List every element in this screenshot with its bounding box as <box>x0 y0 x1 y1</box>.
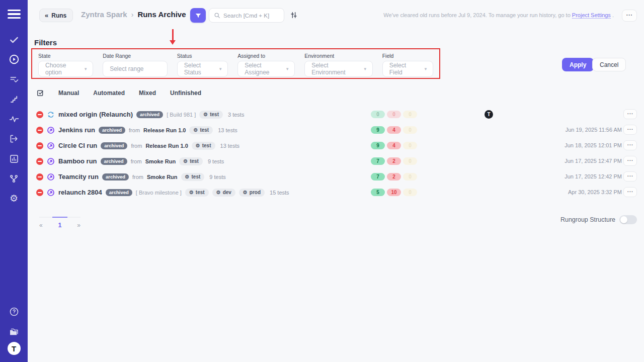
rungroup-structure-toggle[interactable] <box>619 215 637 224</box>
filter-label: Date Range <box>103 53 168 59</box>
page-1-button[interactable]: 1 <box>52 217 68 229</box>
more-icon: ⋯ <box>627 126 633 133</box>
more-icon: ⋯ <box>627 110 633 117</box>
run-name[interactable]: Teamcity run <box>58 173 99 180</box>
import-icon <box>9 134 19 144</box>
row-more-button[interactable]: ⋯ <box>623 171 637 182</box>
tag-pill[interactable]: ⚙prod <box>239 189 265 197</box>
runs-archive-page: ⚙ T « Runs Zyntra Spark › Runs Archive 6 <box>0 0 644 362</box>
sidebar-item-analytics[interactable] <box>0 149 28 169</box>
run-date: Jun 18, 2025 12:01 PM <box>565 142 622 148</box>
cancel-button[interactable]: Cancel <box>592 58 626 71</box>
run-name[interactable]: mixed origin (Relaunch) <box>58 111 133 118</box>
sidebar-item-tests[interactable] <box>0 30 28 50</box>
play-circle-icon <box>9 54 20 65</box>
header-more-button[interactable]: ⋯ <box>622 10 637 22</box>
sidebar-item-branches[interactable] <box>0 169 28 189</box>
sidebar-item-steps[interactable] <box>0 89 28 110</box>
source-run[interactable]: Smoke Run <box>145 158 176 164</box>
tab-automated[interactable]: Automated <box>93 89 125 97</box>
select-placeholder: Select Assignee <box>245 62 282 76</box>
project-settings-link[interactable]: Project Settings <box>572 12 611 19</box>
sidebar-item-projects[interactable] <box>0 322 28 342</box>
filter-label: Field <box>382 53 433 59</box>
automated-run-icon <box>47 157 55 165</box>
run-row: mixed origin (Relaunch) archived [ Build… <box>28 107 644 122</box>
breadcrumb-separator: › <box>131 11 134 19</box>
status-select[interactable]: Select Status ▼ <box>177 61 228 77</box>
tag-pill[interactable]: ⚙test <box>192 142 215 150</box>
automated-run-icon <box>47 189 55 197</box>
source-run[interactable]: Smoke Run <box>147 174 178 180</box>
tag-pill[interactable]: ⚙test <box>199 111 223 119</box>
tab-manual[interactable]: Manual <box>58 89 79 97</box>
run-row: Circle CI run archived from Release Run … <box>28 138 644 153</box>
sidebar-item-settings[interactable]: ⚙ <box>0 189 28 209</box>
archived-badge: archived <box>101 142 127 149</box>
next-page-button[interactable]: » <box>77 218 80 229</box>
filter-environment: Environment Select Environment ▼ <box>304 53 372 77</box>
sidebar-item-runs[interactable] <box>0 50 28 70</box>
tab-mixed[interactable]: Mixed <box>139 89 156 97</box>
tag-label: test <box>196 190 205 195</box>
run-name[interactable]: relaunch 2804 <box>58 189 102 196</box>
filter-label: State <box>38 53 93 59</box>
folder-icon <box>9 327 19 337</box>
notice-suffix: . <box>612 12 614 18</box>
tag-pill[interactable]: ⚙test <box>189 126 213 134</box>
search-input[interactable] <box>223 13 279 19</box>
run-name[interactable]: Circle CI run <box>58 142 97 149</box>
field-select[interactable]: Select Field ▼ <box>382 61 433 77</box>
row-more-button[interactable]: ⋯ <box>623 187 637 197</box>
prev-page-button[interactable]: « <box>39 218 43 229</box>
tag-pill[interactable]: ⚙dev <box>212 189 235 197</box>
select-all-checkbox[interactable] <box>36 89 44 97</box>
filter-date-range: Date Range Select range <box>103 53 168 77</box>
tag-pill[interactable]: ⚙test <box>181 173 205 181</box>
sidebar-item-plans[interactable] <box>0 69 28 89</box>
avatar: T <box>485 110 493 119</box>
sidebar-item-import[interactable] <box>0 129 28 149</box>
tests-count: 13 tests <box>218 127 237 133</box>
chevron-down-icon: ▼ <box>285 67 289 71</box>
archived-badge: archived <box>106 189 132 196</box>
tag-label: test <box>190 158 199 164</box>
more-icon: ⋯ <box>627 141 633 148</box>
environment-select[interactable]: Select Environment ▼ <box>304 61 372 77</box>
row-more-button[interactable]: ⋯ <box>623 140 637 150</box>
row-more-button[interactable]: ⋯ <box>623 156 637 166</box>
tag-pill[interactable]: ⚙test <box>185 189 209 197</box>
date-range-input[interactable]: Select range <box>103 61 168 77</box>
funnel-icon <box>195 12 202 19</box>
apply-button[interactable]: Apply <box>562 58 594 71</box>
filter-toggle-button[interactable] <box>190 8 206 23</box>
runs-list: mixed origin (Relaunch) archived [ Build… <box>28 107 644 200</box>
archived-state-icon <box>36 127 43 134</box>
from-label: from <box>129 127 140 133</box>
source-run[interactable]: Release Run 1.0 <box>145 143 188 149</box>
checkbox-check-icon <box>36 89 44 97</box>
source-run[interactable]: Release Run 1.0 <box>143 127 186 133</box>
more-icon: ⋯ <box>627 188 633 195</box>
sidebar-item-pulse[interactable] <box>0 109 28 129</box>
breadcrumb-project[interactable]: Zyntra Spark <box>81 10 127 19</box>
row-more-button[interactable]: ⋯ <box>623 109 637 119</box>
archived-state-icon <box>36 173 43 180</box>
archived-badge: archived <box>99 127 125 134</box>
run-name[interactable]: Bamboo run <box>58 157 97 165</box>
row-more-button[interactable]: ⋯ <box>623 125 637 135</box>
menu-icon[interactable] <box>8 8 21 21</box>
state-select[interactable]: Choose option ▼ <box>38 61 93 77</box>
tag-label: dev <box>223 190 231 195</box>
tab-unfinished[interactable]: Unfinished <box>170 89 201 97</box>
account-logo[interactable]: T <box>8 342 21 355</box>
passed-count: 5 <box>371 189 385 196</box>
from-label: from <box>131 143 142 149</box>
sidebar-item-help[interactable] <box>0 302 28 322</box>
tag-pill[interactable]: ⚙test <box>179 157 203 165</box>
gear-icon: ⚙ <box>243 190 248 195</box>
assignee-select[interactable]: Select Assignee ▼ <box>237 61 295 77</box>
back-to-runs-button[interactable]: « Runs <box>39 9 73 22</box>
run-name[interactable]: Jenkins run <box>58 126 95 134</box>
view-settings-icon[interactable] <box>290 11 298 21</box>
